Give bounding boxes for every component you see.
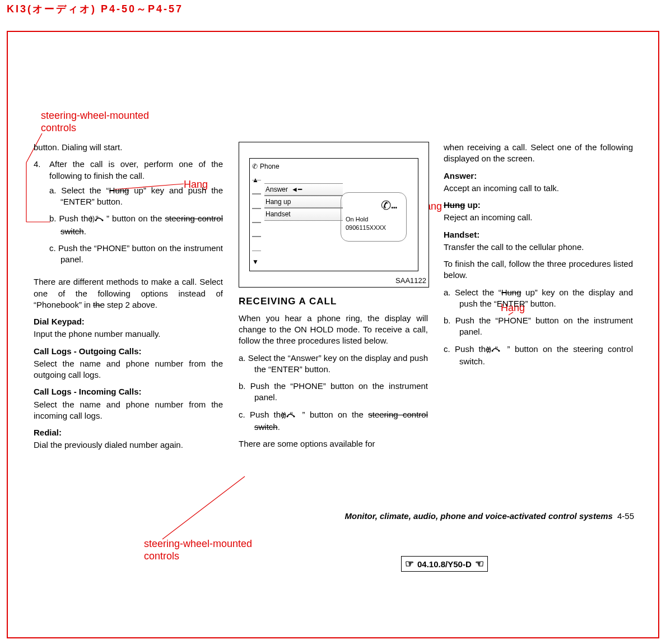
col1-methods-intro: There are different methods to make a ca… <box>34 276 223 311</box>
annotation-steering-bottom: steering-wheel-mounted controls <box>144 538 252 562</box>
col3-a: a. Select the “Hung up” key on the dis­p… <box>444 287 633 310</box>
receiving-call-heading: RECEIVING A CALL <box>239 295 428 308</box>
col3-list: a. Select the “Hung up” key on the dis­p… <box>444 287 633 368</box>
answer-body: Accept an incoming call to talk. <box>444 183 633 194</box>
phone-small-icon: ✆ <box>252 162 258 171</box>
figure-phone-screen: ✆ Phone ▲ ▼ Answer◄━ Hang up Handset ✆••… <box>239 142 429 288</box>
col1-a: a. Select the “Hung up” key and push the… <box>49 185 223 208</box>
page-root: KI3(オーディオ) P4-50～P4-57 steering-wheel-mo… <box>0 0 666 644</box>
svg-point-10 <box>287 415 288 417</box>
hungup-heading: Hung up: <box>444 200 633 211</box>
svg-text:)): )) <box>90 215 95 223</box>
column-2: ✆ Phone ▲ ▼ Answer◄━ Hang up Handset ✆••… <box>239 142 428 457</box>
revision-text: 04.10.8/Y50-D <box>417 559 472 569</box>
screen-row-handset: Handset <box>264 208 343 220</box>
redial-body: Dial the previously dialed number again. <box>34 439 223 451</box>
screen-menu: Answer◄━ Hang up Handset <box>264 183 343 221</box>
column-1: button. Dialing will start. 4. After the… <box>34 142 223 457</box>
screen-sidebar-ticks <box>252 180 261 262</box>
svg-text:)): )) <box>487 345 491 353</box>
step4-number: 4. <box>34 159 44 271</box>
svg-point-13 <box>492 350 493 351</box>
svg-point-7 <box>95 220 96 221</box>
arrow-left-icon: ◄━ <box>291 185 302 194</box>
col1-step4-sub: a. Select the “Hung up” key and push the… <box>49 185 223 266</box>
outgoing-heading: Call Logs - Outgoing Calls: <box>34 346 223 357</box>
col2-c: c. Push the “ )) ” button on the steerin… <box>239 409 428 433</box>
hold-label: On Hold <box>346 215 406 224</box>
col1-intro: button. Dialing will start. <box>34 142 223 153</box>
figure-label: SAA1122 <box>395 276 426 286</box>
handset-heading: Handset: <box>444 229 633 240</box>
handset-body: Transfer the call to the cellular phone. <box>444 242 633 253</box>
screen-title: ✆ Phone <box>252 162 280 171</box>
incoming-body: Select the name and phone number from th… <box>34 399 223 422</box>
col2-list: a. Select the “Answer” key on the dis­pl… <box>239 353 428 433</box>
content-columns: button. Dialing will start. 4. After the… <box>34 142 634 457</box>
hungup-body: Reject an incoming call. <box>444 212 633 223</box>
answer-heading: Answer: <box>444 170 633 182</box>
col2-p2: There are some options available for <box>239 438 428 450</box>
dial-keypad-body: Input the phone number manually. <box>34 328 223 340</box>
annotation-steering-top: steering-wheel-mounted controls <box>41 110 149 134</box>
redial-heading: Redial: <box>34 427 223 438</box>
incoming-heading: Call Logs - Incoming Calls: <box>34 386 223 397</box>
document-header: KI3(オーディオ) P4-50～P4-57 <box>7 2 183 16</box>
col2-b: b. Push the “PHONE” button on the in­str… <box>239 381 428 404</box>
strike-hung3: Hung <box>501 288 521 297</box>
col2-p1: When you hear a phone ring, the display … <box>239 313 428 347</box>
col3-p1: when receiving a call. Select one of the… <box>444 142 633 165</box>
screen-row-answer: Answer◄━ <box>264 183 343 196</box>
screen-hold-panel: ✆••• On Hold 0906115XXXX <box>341 192 407 242</box>
hold-number: 0906115XXXX <box>346 224 406 232</box>
footer-page-number: 4-55 <box>617 511 634 521</box>
screen-inner: ✆ Phone ▲ ▼ Answer◄━ Hang up Handset ✆••… <box>249 158 418 271</box>
strike-hung2: Hung <box>444 200 465 210</box>
col2-a: a. Select the “Answer” key on the dis­pl… <box>239 353 428 376</box>
footer-section-title: Monitor, climate, audio, phone and voice… <box>345 511 613 521</box>
col3-finish-intro: To finish the call, follow the three pro… <box>444 258 633 281</box>
col1-c: c. Push the “PHONE” button on the in­str… <box>49 243 223 266</box>
handset-icon: ✆••• <box>381 197 397 214</box>
hand-left-icon: ☜ <box>475 558 484 570</box>
svg-point-11 <box>294 415 295 417</box>
step4-text: After the call is over, perform one of t… <box>49 159 223 180</box>
hand-right-icon: ☞ <box>405 558 414 570</box>
page-footer: Monitor, climate, audio, phone and voice… <box>34 511 634 521</box>
revision-box: ☞ 04.10.8/Y50-D ☜ <box>401 556 488 572</box>
svg-text:)): )) <box>282 411 286 419</box>
col3-c: c. Push the “ )) ” button on the steerin… <box>444 344 633 368</box>
screen-row-hangup: Hang up <box>264 196 343 208</box>
dial-keypad-heading: Dial Keypad: <box>34 316 223 327</box>
col3-b: b. Push the “PHONE” button on the in­str… <box>444 315 633 338</box>
strike-the: the <box>93 300 105 309</box>
scroll-down-icon: ▼ <box>252 257 259 266</box>
outgoing-body: Select the name and phone number from th… <box>34 358 223 381</box>
col1-step4: 4. After the call is over, perform one o… <box>34 159 223 271</box>
svg-point-14 <box>499 350 500 351</box>
column-3: when receiving a call. Select one of the… <box>444 142 633 457</box>
strike-hung1: Hung <box>109 186 129 195</box>
col1-b: b. Push the “ )) ” button on the steerin… <box>49 213 223 237</box>
